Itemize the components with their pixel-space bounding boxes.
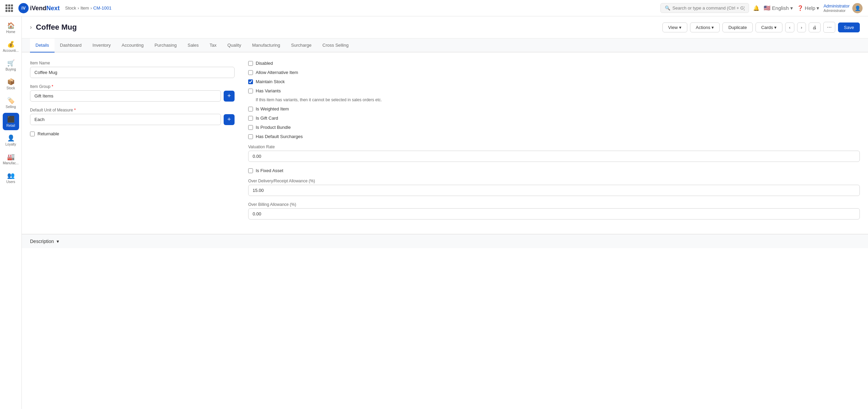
notification-bell[interactable]: 🔔 [753, 5, 760, 11]
allow-alternative-label[interactable]: Allow Alternative Item [256, 70, 298, 75]
actions-label: Actions [696, 25, 710, 30]
logo-icon: iV [18, 3, 29, 13]
main-content: › Coffee Mug View ▾ Actions ▾ Duplicate … [22, 16, 868, 409]
breadcrumb-id: CM-1001 [93, 5, 111, 11]
tab-cross-selling[interactable]: Cross Selling [317, 39, 354, 52]
manufacturing-icon: 🏭 [7, 153, 15, 161]
item-group-add-button[interactable]: + [224, 91, 235, 102]
admin-role: Administrator [823, 9, 850, 13]
sidebar-item-selling[interactable]: 🏷️ Selling [0, 94, 21, 111]
print-button[interactable]: 🖨 [809, 22, 821, 32]
view-chevron-icon: ▾ [679, 25, 682, 30]
sidebar-item-manufacturing[interactable]: 🏭 Manufac... [0, 150, 21, 168]
valuation-rate-input[interactable] [248, 151, 860, 162]
accounting-icon: 💰 [7, 41, 15, 48]
tab-quality[interactable]: Quality [222, 39, 246, 52]
is-weighted-checkbox[interactable] [248, 107, 253, 111]
is-product-bundle-checkbox[interactable] [248, 125, 253, 130]
has-default-surcharges-checkbox[interactable] [248, 134, 253, 139]
is-gift-card-row: Is Gift Card [248, 116, 860, 121]
valuation-rate-label: Valuation Rate [248, 145, 860, 149]
is-gift-card-label[interactable]: Is Gift Card [256, 116, 278, 121]
tab-tax[interactable]: Tax [204, 39, 222, 52]
tab-inventory[interactable]: Inventory [87, 39, 116, 52]
item-group-input[interactable] [30, 90, 221, 102]
breadcrumb-item[interactable]: Item [80, 5, 89, 11]
cards-button[interactable]: Cards ▾ [755, 22, 783, 32]
is-fixed-asset-label[interactable]: Is Fixed Asset [256, 168, 283, 173]
tab-sales[interactable]: Sales [182, 39, 204, 52]
sidebar-item-stock[interactable]: 📦 Stock [0, 75, 21, 93]
actions-chevron-icon: ▾ [712, 25, 714, 30]
tab-cross-selling-label: Cross Selling [323, 43, 349, 48]
more-options-button[interactable]: ··· [823, 22, 835, 33]
is-fixed-asset-row: Is Fixed Asset [248, 168, 860, 173]
unit-of-measure-add-button[interactable]: + [224, 114, 235, 125]
sidebar-label-loyalty: Loyalty [5, 142, 16, 146]
has-default-surcharges-label[interactable]: Has Default Surcharges [256, 134, 303, 139]
sidebar-item-home[interactable]: 🏠 Home [0, 19, 21, 36]
more-icon: ··· [827, 24, 832, 30]
search-input[interactable] [672, 5, 745, 11]
tab-purchasing[interactable]: Purchasing [149, 39, 182, 52]
allow-alternative-checkbox[interactable] [248, 70, 253, 75]
actions-button[interactable]: Actions ▾ [690, 22, 720, 32]
breadcrumb-stock[interactable]: Stock [65, 5, 76, 11]
save-button[interactable]: Save [838, 22, 860, 32]
is-weighted-label[interactable]: Is Weighted Item [256, 106, 289, 111]
duplicate-button[interactable]: Duplicate [722, 22, 752, 32]
help-circle-icon: ❓ [797, 5, 804, 11]
selling-icon: 🏷️ [7, 97, 15, 104]
unit-of-measure-label: Default Unit of Measure * [30, 108, 235, 112]
tab-manufacturing[interactable]: Manufacturing [246, 39, 285, 52]
maintain-stock-label[interactable]: Maintain Stock [256, 79, 285, 84]
over-billing-input[interactable] [248, 208, 860, 219]
item-name-input[interactable] [30, 67, 235, 78]
unit-of-measure-input[interactable] [30, 114, 221, 125]
next-button[interactable]: › [797, 22, 806, 32]
sidebar-label-buying: Buying [5, 67, 16, 71]
view-button[interactable]: View ▾ [662, 22, 687, 32]
item-group-input-row: + [30, 90, 235, 102]
description-section-header[interactable]: Description ▾ [22, 234, 868, 248]
tab-sales-label: Sales [188, 43, 199, 48]
collapse-button[interactable]: › [30, 24, 32, 30]
has-variants-label[interactable]: Has Variants [256, 88, 281, 93]
form-body: Item Name Item Group * + Default Unit of… [22, 52, 868, 234]
prev-button[interactable]: ‹ [785, 22, 794, 32]
disabled-label[interactable]: Disabled [256, 61, 273, 66]
admin-section[interactable]: Administrator Administrator 👤 [823, 3, 863, 13]
sidebar-item-buying[interactable]: 🛒 Buying [0, 57, 21, 74]
help-button[interactable]: ❓ Help ▾ [797, 5, 820, 11]
disabled-checkbox[interactable] [248, 61, 253, 66]
sidebar-item-accounting[interactable]: 💰 Accounti... [0, 38, 21, 55]
over-delivery-group: Over Delivery/Receipt Allowance (%) [248, 179, 860, 196]
unit-of-measure-input-row: + [30, 114, 235, 125]
returnable-label[interactable]: Returnable [38, 131, 59, 136]
is-product-bundle-row: Is Product Bundle [248, 125, 860, 130]
search-bar[interactable]: 🔍 [660, 3, 749, 13]
maintain-stock-checkbox[interactable] [248, 79, 253, 84]
grid-menu-button[interactable] [5, 4, 13, 12]
tab-accounting[interactable]: Accounting [116, 39, 149, 52]
search-icon: 🔍 [665, 5, 670, 11]
sidebar-item-retail[interactable]: ⬛ Retail [3, 113, 19, 130]
home-icon: 🏠 [7, 22, 15, 29]
tab-details[interactable]: Details [30, 39, 55, 52]
tab-surcharge[interactable]: Surcharge [286, 39, 317, 52]
has-variants-checkbox[interactable] [248, 89, 253, 93]
app-logo[interactable]: iV iVendNext [18, 3, 60, 13]
language-selector[interactable]: 🇺🇸 English ▾ [764, 5, 793, 11]
page-title: Coffee Mug [36, 23, 662, 32]
form-left: Item Name Item Group * + Default Unit of… [30, 61, 235, 226]
returnable-checkbox[interactable] [30, 132, 35, 136]
sidebar-item-users[interactable]: 👥 Users [0, 169, 21, 186]
is-fixed-asset-checkbox[interactable] [248, 168, 253, 173]
sidebar-label-users: Users [6, 180, 15, 184]
tab-dashboard[interactable]: Dashboard [55, 39, 87, 52]
over-delivery-input[interactable] [248, 185, 860, 196]
description-chevron-icon: ▾ [57, 239, 59, 244]
sidebar-item-loyalty[interactable]: 👤 Loyalty [0, 132, 21, 149]
is-product-bundle-label[interactable]: Is Product Bundle [256, 125, 291, 130]
is-gift-card-checkbox[interactable] [248, 116, 253, 121]
